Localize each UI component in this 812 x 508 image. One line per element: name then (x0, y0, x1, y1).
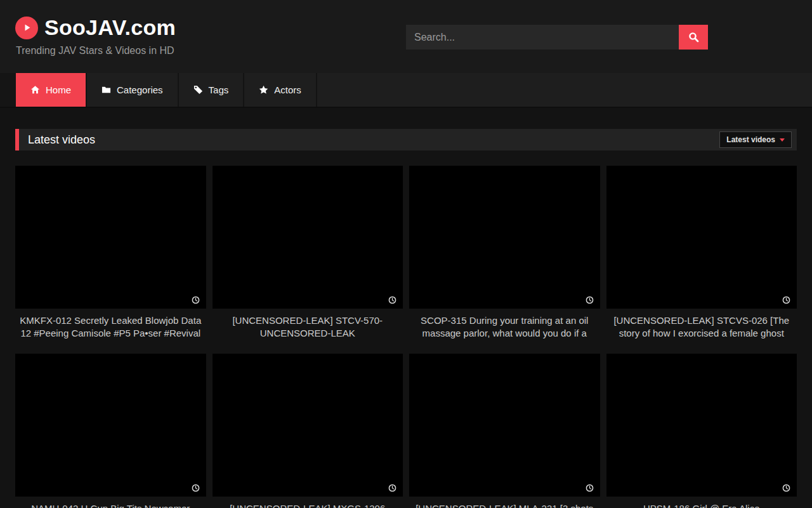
nav-item-label: Actors (274, 84, 301, 95)
video-title[interactable]: SCOP-315 During your training at an oil … (409, 314, 600, 340)
video-thumbnail[interactable] (213, 166, 403, 309)
nav-item-label: Tags (209, 84, 229, 95)
brand-tagline: Trending JAV Stars & Videos in HD (16, 45, 174, 57)
video-card[interactable]: KMKFX-012 Secretly Leaked Blowjob Data 1… (15, 166, 206, 340)
video-title[interactable]: [UNCENSORED-LEAK] STCV-570-UNCENSORED-LE… (213, 314, 403, 340)
video-title[interactable]: [UNCENSORED-LEAK] MLA-231 [3 shots in (409, 502, 600, 508)
video-thumbnail[interactable] (606, 354, 797, 497)
clock-icon (192, 484, 200, 492)
clock-icon (586, 484, 594, 492)
nav-item-tags[interactable]: Tags (178, 73, 244, 107)
video-card[interactable]: [UNCENSORED-LEAK] MLA-231 [3 shots in (409, 354, 600, 508)
video-thumbnail[interactable] (213, 354, 403, 497)
section-title: Latest videos (28, 133, 95, 147)
clock-icon (586, 296, 594, 304)
section-header: Latest videos Latest videos (15, 129, 797, 150)
nav-item-label: Categories (117, 84, 163, 95)
nav-item-actors[interactable]: Actors (243, 73, 316, 107)
site-header: SooJAV.com Trending JAV Stars & Videos i… (0, 0, 812, 73)
sort-dropdown-label: Latest videos (726, 135, 775, 144)
sort-dropdown-button[interactable]: Latest videos (719, 131, 792, 148)
folder-icon (102, 85, 111, 95)
video-card[interactable]: HPSM-186 Girl @ Era Alice (606, 354, 797, 508)
video-thumbnail[interactable] (409, 354, 600, 497)
video-thumbnail[interactable] (15, 166, 206, 309)
search-button[interactable] (679, 25, 708, 50)
video-card[interactable]: SCOP-315 During your training at an oil … (409, 166, 600, 340)
main-nav: Home Categories Tags Actors (0, 73, 812, 108)
video-title[interactable]: [UNCENSORED-LEAK] MXGS-1306 Absolutely (213, 502, 403, 508)
site-logo[interactable]: SooJAV.com (15, 15, 176, 40)
video-card[interactable]: [UNCENSORED-LEAK] STCVS-026 [The story o… (606, 166, 797, 340)
home-icon (30, 85, 40, 95)
nav-item-categories[interactable]: Categories (86, 73, 178, 107)
clock-icon (192, 296, 200, 304)
clock-icon (782, 484, 790, 492)
search-input[interactable] (406, 25, 679, 50)
video-title[interactable]: KMKFX-012 Secretly Leaked Blowjob Data 1… (15, 314, 206, 340)
tag-icon (193, 85, 203, 95)
star-icon (259, 85, 268, 95)
caret-down-icon (780, 138, 785, 142)
nav-item-home[interactable]: Home (16, 73, 86, 107)
clock-icon (782, 296, 790, 304)
play-icon (15, 17, 38, 39)
video-thumbnail[interactable] (15, 354, 206, 497)
clock-icon (388, 484, 396, 492)
video-card[interactable]: [UNCENSORED-LEAK] STCV-570-UNCENSORED-LE… (213, 166, 403, 340)
video-title[interactable]: [UNCENSORED-LEAK] STCVS-026 [The story o… (606, 314, 797, 340)
video-title[interactable]: HPSM-186 Girl @ Era Alice (606, 502, 797, 508)
video-thumbnail[interactable] (606, 166, 797, 309)
video-title[interactable]: NAMH-042 H Cup Big Tits Newcomer (170cm … (15, 502, 206, 508)
video-grid: KMKFX-012 Secretly Leaked Blowjob Data 1… (15, 166, 797, 508)
video-card[interactable]: [UNCENSORED-LEAK] MXGS-1306 Absolutely (213, 354, 403, 508)
search-icon (688, 32, 699, 43)
brand-name[interactable]: SooJAV.com (44, 15, 176, 40)
video-card[interactable]: NAMH-042 H Cup Big Tits Newcomer (170cm … (15, 354, 206, 508)
section-accent-stripe (15, 129, 19, 150)
nav-filler (316, 73, 812, 107)
clock-icon (388, 296, 396, 304)
nav-item-label: Home (46, 84, 71, 95)
main-content: Latest videos Latest videos KMKFX-012 Se… (15, 129, 797, 508)
video-thumbnail[interactable] (409, 166, 600, 309)
search-form (406, 25, 708, 50)
